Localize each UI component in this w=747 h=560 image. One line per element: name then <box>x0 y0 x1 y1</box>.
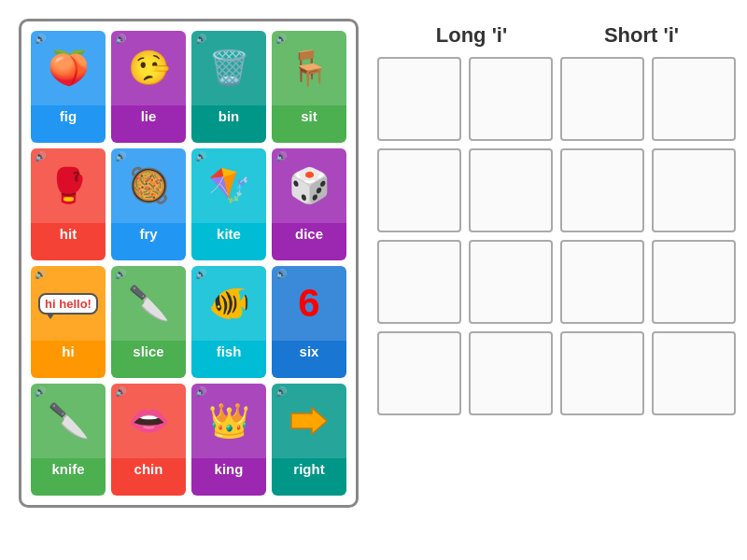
long-i-header: Long 'i' <box>388 23 556 48</box>
main-container: 🔊 🍑 fig 🔊 🤥 lie 🔊 🗑️ bin 🔊 🪑 sit 🔊 🥊 hit <box>0 0 747 560</box>
card-bin[interactable]: 🔊 🗑️ bin <box>191 31 266 143</box>
speaker-icon-knife: 🔊 <box>35 386 46 397</box>
speaker-icon-sit: 🔊 <box>275 34 287 44</box>
sort-cell-short-1a[interactable] <box>560 57 644 141</box>
card-knife[interactable]: 🔊 🔪 knife <box>31 384 106 496</box>
speaker-icon-fig: 🔊 <box>35 34 46 44</box>
sort-cell-long-2b[interactable] <box>469 148 553 232</box>
speaker-icon-lie: 🔊 <box>115 34 126 44</box>
speaker-icon-hit: 🔊 <box>35 151 46 161</box>
sort-headers: Long 'i' Short 'i' <box>377 23 736 48</box>
speaker-icon-kite: 🔊 <box>195 151 206 161</box>
card-label-chin: chin <box>111 458 186 479</box>
sort-cell-long-2a[interactable] <box>377 148 461 232</box>
card-fry[interactable]: 🔊 🥘 fry <box>111 148 186 260</box>
card-label-slice: slice <box>111 341 186 361</box>
speaker-icon-right: 🔊 <box>275 386 287 397</box>
card-grid: 🔊 🍑 fig 🔊 🤥 lie 🔊 🗑️ bin 🔊 🪑 sit 🔊 🥊 hit <box>19 19 359 508</box>
arrow-right-svg <box>289 406 329 436</box>
card-label-dice: dice <box>272 223 346 244</box>
card-hit[interactable]: 🔊 🥊 hit <box>31 148 106 260</box>
sort-row-4 <box>377 331 736 415</box>
card-label-right: right <box>272 458 346 479</box>
svg-marker-0 <box>291 408 327 434</box>
speaker-icon-king: 🔊 <box>195 386 206 397</box>
card-kite[interactable]: 🔊 🪁 kite <box>191 148 266 260</box>
speaker-icon-dice: 🔊 <box>275 151 287 161</box>
card-label-fig: fig <box>31 105 106 126</box>
card-six[interactable]: 🔊 6 six <box>272 266 346 378</box>
card-label-hi: hi <box>31 341 106 361</box>
speaker-icon-six: 🔊 <box>275 269 287 279</box>
card-label-fish: fish <box>191 341 266 361</box>
card-fish[interactable]: 🔊 🐠 fish <box>191 266 266 378</box>
card-fig[interactable]: 🔊 🍑 fig <box>31 31 106 143</box>
card-right[interactable]: 🔊 right <box>272 384 346 496</box>
card-lie[interactable]: 🔊 🤥 lie <box>111 31 186 143</box>
card-label-sit: sit <box>272 105 346 126</box>
card-label-kite: kite <box>191 223 266 244</box>
sort-cell-long-1a[interactable] <box>377 57 461 141</box>
card-label-six: six <box>272 341 346 361</box>
card-hi[interactable]: 🔊 hi hello! hi <box>31 266 106 378</box>
sort-cell-long-4a[interactable] <box>377 331 461 415</box>
sort-cell-long-4b[interactable] <box>469 331 553 415</box>
card-label-hit: hit <box>31 223 106 244</box>
sort-cell-short-3a[interactable] <box>560 240 644 324</box>
sort-cell-short-3b[interactable] <box>652 240 736 324</box>
speaker-icon-chin: 🔊 <box>115 386 126 397</box>
card-sit[interactable]: 🔊 🪑 sit <box>272 31 346 143</box>
sort-area: Long 'i' Short 'i' <box>377 19 736 541</box>
card-chin[interactable]: 🔊 👄 chin <box>111 384 186 496</box>
sort-cell-long-1b[interactable] <box>469 57 553 141</box>
sort-cell-long-3b[interactable] <box>469 240 553 324</box>
card-label-bin: bin <box>191 105 266 126</box>
hi-bubble: hi hello! <box>38 293 98 315</box>
speaker-icon-hi: 🔊 <box>35 269 46 279</box>
speaker-icon-fish: 🔊 <box>195 269 206 279</box>
sort-cell-short-2a[interactable] <box>560 148 644 232</box>
sort-cell-short-4b[interactable] <box>652 331 736 415</box>
card-label-lie: lie <box>111 105 186 126</box>
sort-row-2 <box>377 148 736 232</box>
short-i-header: Short 'i' <box>557 23 726 48</box>
sort-cell-long-3a[interactable] <box>377 240 461 324</box>
sort-cell-short-4a[interactable] <box>560 331 644 415</box>
speaker-icon-bin: 🔊 <box>195 34 206 44</box>
card-label-fry: fry <box>111 223 186 244</box>
speaker-icon-fry: 🔊 <box>115 151 126 161</box>
card-dice[interactable]: 🔊 🎲 dice <box>272 148 346 260</box>
sort-row-3 <box>377 240 736 324</box>
sort-row-1 <box>377 57 736 141</box>
sort-cell-short-1b[interactable] <box>652 57 736 141</box>
card-label-knife: knife <box>31 458 106 479</box>
speaker-icon-slice: 🔊 <box>115 269 126 279</box>
card-king[interactable]: 🔊 👑 king <box>191 384 266 496</box>
sort-rows-container <box>377 57 736 415</box>
card-slice[interactable]: 🔊 🔪 slice <box>111 266 186 378</box>
card-label-king: king <box>191 458 266 479</box>
sort-cell-short-2b[interactable] <box>652 148 736 232</box>
